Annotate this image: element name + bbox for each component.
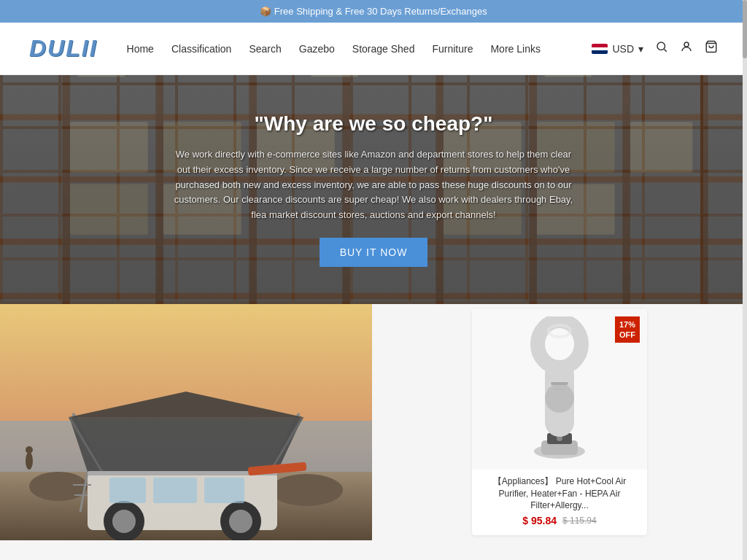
account-icon[interactable] <box>680 40 693 57</box>
nav: Home Classification Search Gazebo Storag… <box>127 43 592 55</box>
svg-rect-43 <box>204 478 244 503</box>
product-card: 17% OFF <box>472 309 647 535</box>
buy-now-button[interactable]: BUY IT NOW <box>320 238 428 267</box>
outdoor-promo-image <box>0 304 372 540</box>
svg-point-56 <box>26 446 33 454</box>
svg-point-33 <box>29 472 88 501</box>
hero-description: We work directly with e-commerce sites l… <box>169 147 578 223</box>
product-title: 【Appliances】 Pure Hot+Cool Air Purifier,… <box>472 470 647 515</box>
nav-furniture[interactable]: Furniture <box>432 43 473 55</box>
svg-line-1 <box>664 49 666 51</box>
scrollbar-thumb[interactable] <box>743 0 747 58</box>
us-flag-icon <box>592 44 608 54</box>
svg-rect-66 <box>551 382 568 385</box>
discount-badge: 17% OFF <box>615 316 640 343</box>
search-icon[interactable] <box>655 40 668 57</box>
discount-percent: 17% <box>619 320 635 329</box>
product-prices: $ 95.84 $ 115.94 <box>472 515 647 526</box>
svg-rect-41 <box>109 478 146 503</box>
nav-more-links[interactable]: More Links <box>490 43 540 55</box>
nav-search[interactable]: Search <box>249 43 281 55</box>
discount-label: OFF <box>619 330 635 339</box>
announcement-bar: 📦 Free Shipping & Free 30 Days Returns/E… <box>0 0 747 23</box>
currency-selector[interactable]: USD ▾ <box>592 43 643 55</box>
hero-title: "Why are we so cheap?" <box>169 112 578 136</box>
logo[interactable]: DULII <box>29 35 98 62</box>
bottom-section: 17% OFF <box>0 304 747 540</box>
nav-home[interactable]: Home <box>127 43 154 55</box>
svg-point-55 <box>26 452 33 470</box>
header-right: USD ▾ <box>592 40 718 57</box>
nav-classification[interactable]: Classification <box>171 43 231 55</box>
svg-point-0 <box>657 42 665 50</box>
nav-gazebo[interactable]: Gazebo <box>299 43 335 55</box>
svg-point-38 <box>112 510 136 533</box>
nav-storage-shed[interactable]: Storage Shed <box>352 43 415 55</box>
svg-rect-42 <box>153 478 197 503</box>
announcement-text: 📦 Free Shipping & Free 30 Days Returns/E… <box>260 6 487 17</box>
scrollbar[interactable] <box>743 0 747 540</box>
hero-content: "Why are we so cheap?" We work directly … <box>155 112 592 267</box>
svg-point-2 <box>684 42 689 47</box>
current-price: $ 95.84 <box>522 515 557 526</box>
header: DULII Home Classification Search Gazebo … <box>0 23 747 75</box>
cart-icon[interactable] <box>705 40 718 57</box>
svg-rect-67 <box>553 388 566 390</box>
svg-point-40 <box>229 510 252 533</box>
original-price: $ 115.94 <box>562 516 597 526</box>
svg-marker-46 <box>69 417 303 472</box>
product-section: 17% OFF <box>372 304 747 540</box>
chevron-down-icon: ▾ <box>638 43 643 55</box>
currency-label: USD <box>612 43 634 55</box>
svg-point-35 <box>270 474 343 506</box>
hero-section: "Why are we so cheap?" We work directly … <box>0 75 747 304</box>
